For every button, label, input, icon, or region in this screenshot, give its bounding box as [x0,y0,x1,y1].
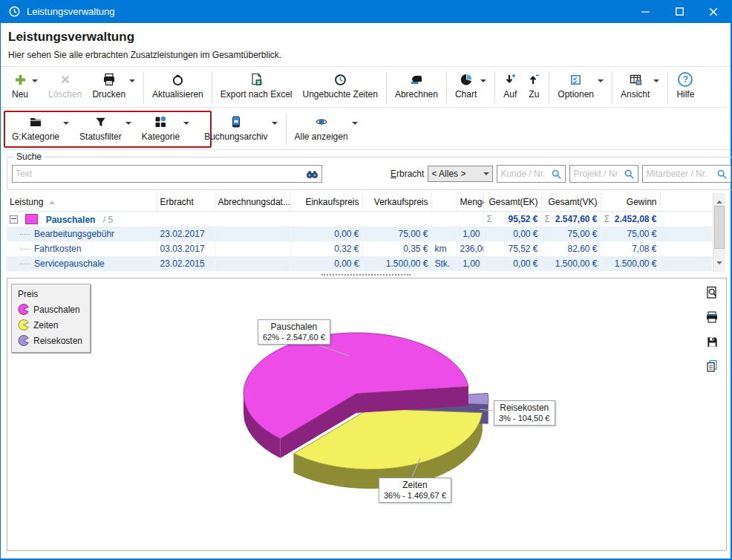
legend-label: Reisekosten [33,336,82,346]
binoculars-icon [306,169,318,180]
col-header-einheit[interactable] [431,193,457,212]
grid-header-row: Leistung Erbracht Abrechnungsdat... Eink… [7,193,712,212]
status-filter-button[interactable]: Statusfilter [74,111,137,149]
callout-value: 62% - 2.547,60 € [263,332,325,342]
funnel-icon [94,114,107,129]
chevron-down-icon[interactable] [63,122,69,128]
legend-label: Pauschalen [33,305,80,315]
col-header-leistung[interactable]: Leistung [7,193,157,212]
table-row[interactable]: Fahrtkosten 03.03.2017 0,32 € 0,35 € km … [7,241,712,256]
options-button[interactable]: Optionen [552,69,609,107]
unbooked-times-button[interactable]: Ungebuchte Zeiten [298,69,383,107]
col-header-einkaufspreis[interactable]: Einkaufspreis [290,193,362,212]
app-clock-icon [8,5,21,18]
toolbar-separator [143,71,144,103]
project-input[interactable] [570,166,621,181]
group-row-pauschalen[interactable]: Pauschalen / 5 Σ95,52 € Σ2.547,60 € Σ2.4… [7,212,712,227]
chevron-down-icon[interactable] [125,122,131,128]
chevron-down-icon[interactable] [183,122,189,128]
table-row[interactable]: Servicepauschale 23.02.2015 0,00 € 1.500… [7,256,712,271]
chevron-down-icon[interactable] [480,79,486,85]
erbracht-select[interactable]: < Alles > [428,166,493,182]
legend-item-zeiten: Zeiten [18,319,82,331]
view-button[interactable]: Ansicht [615,69,664,107]
callout-pauschalen: Pauschalen 62% - 2.547,60 € [258,319,330,345]
col-header-abrechnungsdatum[interactable]: Abrechnungsdat... [215,193,290,212]
cell-gesamt-vk: 82,60 € [541,241,601,256]
settle-button[interactable]: Abrechnen [390,69,443,107]
cell-einkaufspreis: 0,00 € [290,227,362,241]
minimize-button[interactable] [628,0,662,23]
col-header-verkaufspreis[interactable]: Verkaufspreis [362,193,431,212]
status-filter-label: Statusfilter [79,132,122,142]
customer-input[interactable] [497,166,548,181]
cell-abrechnungsdatum [215,227,290,241]
toolbar-separator [212,71,212,103]
vertical-scrollbar[interactable] [713,193,725,272]
chart-button[interactable]: Chart [450,69,491,107]
scrollbar-thumb[interactable] [714,206,725,249]
chevron-down-icon[interactable] [129,79,135,85]
refresh-label: Aktualisieren [152,90,203,100]
col-header-gewinn[interactable]: Gewinn [601,193,660,212]
toolbar-separator [446,71,447,103]
chevron-down-icon[interactable] [653,79,659,85]
chevron-down-icon[interactable] [32,79,38,85]
pie-slice-icon [18,335,29,346]
booking-archive-button[interactable]: Buchungsarchiv [199,111,282,149]
cell-menge: 1,00 [457,227,483,241]
chart-preview-button[interactable] [704,284,720,301]
services-grid: Leistung Erbracht Abrechnungsdat... Eink… [7,193,725,272]
collapse-expander-icon[interactable] [10,215,18,224]
chevron-down-icon[interactable] [352,122,358,128]
export-excel-button[interactable]: Export nach Excel [215,69,298,107]
group-category-button[interactable]: G:Kategorie [7,111,74,149]
window-title: Leistungsverwaltung [27,6,115,17]
help-label: Hilfe [676,90,694,100]
col-header-gesamt-vk[interactable]: Gesamt(VK) [541,193,601,212]
options-checklist-icon [569,72,582,87]
expand-all-label: Auf [503,90,517,100]
export-excel-label: Export nach Excel [220,90,293,100]
collapse-all-button[interactable]: Zu [522,69,546,107]
page-header: Leistungsverwaltung Hier sehen Sie alle … [1,23,731,67]
col-header-erbracht[interactable]: Erbracht [157,193,215,212]
cell-verkaufspreis: 75,00 € [362,227,431,241]
cell-erbracht: 23.02.2015 [157,256,215,271]
employee-input[interactable] [643,166,713,181]
cell-leistung: Fahrtkosten [7,241,157,256]
chevron-down-icon[interactable] [272,122,278,128]
chart-save-button[interactable] [704,333,720,350]
delete-button[interactable]: Löschen [43,69,87,107]
titlebar: Leistungsverwaltung [1,0,731,23]
close-button[interactable] [696,0,731,23]
scroll-up-icon[interactable] [716,198,722,204]
group-cell: Pauschalen / 5 [7,212,483,227]
refresh-button[interactable]: Aktualisieren [147,69,209,107]
customer-search-field [497,165,566,183]
cell-gesamt-ek: 0,00 € [483,227,541,241]
col-header-gesamt-ek[interactable]: Gesamt(EK) [483,193,541,212]
table-row[interactable]: Bearbeitungsgebühr 23.02.2017 0,00 € 75,… [7,227,712,241]
chart-print-button[interactable] [704,309,720,325]
help-button[interactable]: ? Hilfe [671,69,699,107]
expand-all-button[interactable]: Auf [498,69,522,107]
pie-chart[interactable] [7,279,726,550]
cell-verkaufspreis: 1.500,00 € [362,256,431,271]
maximize-button[interactable] [662,0,696,23]
scroll-down-icon[interactable] [716,261,722,267]
splitter-handle[interactable] [1,272,731,278]
chart-panel: Preis Pauschalen Zeiten Reisekosten Paus… [7,278,727,551]
category-button[interactable]: Kategorie [137,111,195,149]
cell-einheit: km [431,241,457,256]
new-button[interactable]: Neu [7,69,43,107]
search-area: Suche Erbracht < Alles > [1,150,731,192]
chart-copy-button[interactable] [704,358,720,374]
print-button[interactable]: Drucken [87,69,140,107]
erbracht-label: Erbracht [390,169,424,179]
col-header-menge[interactable]: Menge [457,193,483,212]
chevron-down-icon[interactable] [598,79,604,85]
show-all-button[interactable]: Alle anzeigen [290,111,363,149]
search-input[interactable] [13,166,303,181]
pie-slice-icon [18,304,29,315]
